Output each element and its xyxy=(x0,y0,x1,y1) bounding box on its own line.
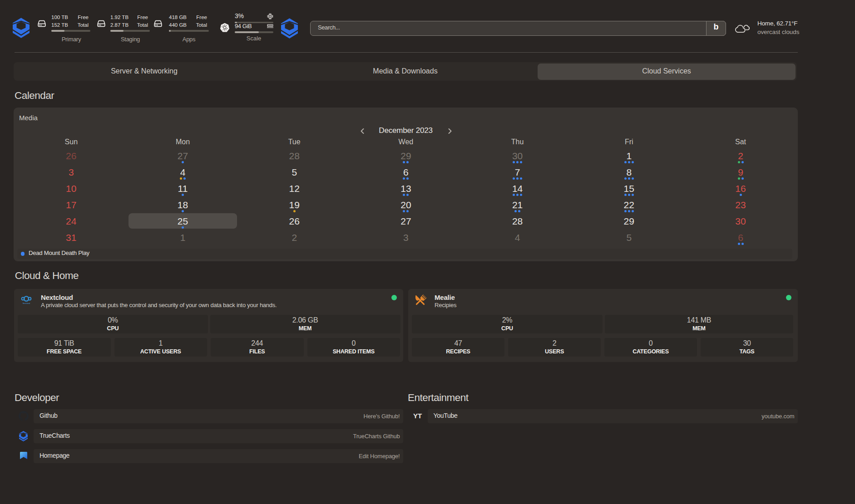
svg-text:Nextcloud: Nextcloud xyxy=(23,303,30,304)
